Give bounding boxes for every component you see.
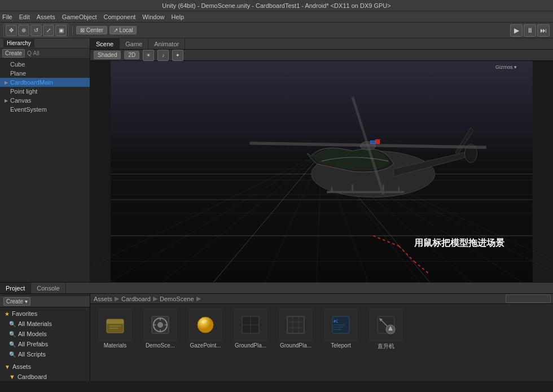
search-materials-icon: 🔍: [9, 321, 16, 327]
svg-text:#C: #C: [333, 319, 338, 324]
project-search-input[interactable]: [506, 294, 551, 303]
game-tab[interactable]: Game: [120, 38, 148, 49]
menu-edit[interactable]: Edit: [19, 14, 30, 20]
hierarchy-pointlight[interactable]: Point light: [0, 87, 90, 96]
scene-canvas: 用鼠标把模型拖进场景 Gizmos ▾: [90, 61, 553, 282]
hierarchy-toolbar: Create Q·All: [0, 49, 90, 59]
teleport-icon: #C: [324, 309, 357, 341]
hierarchy-plane[interactable]: Plane: [0, 69, 90, 78]
title-text: Unity (64bit) - DemoScene.unity - Cardbo…: [162, 2, 390, 9]
all-scripts-item[interactable]: 🔍 All Scripts: [0, 349, 90, 359]
gazepoint-icon: [189, 309, 222, 341]
svg-rect-36: [371, 140, 376, 143]
transform-tools: ✥ ⊕ ↺ ⤢ ▣: [3, 24, 69, 37]
helicopter-icon: [370, 309, 402, 341]
groundplane1-label: GroundPla...: [235, 342, 266, 349]
content-area: Hierarchy Create Q·All Cube Plane ▶ Card…: [0, 38, 553, 282]
scene-audio-btn[interactable]: ♪: [157, 50, 169, 61]
assets-header[interactable]: ▼ Assets: [0, 362, 90, 372]
project-search-box: [506, 294, 551, 303]
center-tag[interactable]: ⊠ Center: [76, 26, 107, 34]
main-area: Hierarchy Create Q·All Cube Plane ▶ Card…: [0, 38, 553, 381]
asset-groundplane1[interactable]: GroundPla...: [230, 309, 271, 349]
pause-button[interactable]: ⏸: [524, 24, 536, 37]
scale-tool[interactable]: ⤢: [43, 25, 54, 36]
bottom-tabs: Project Console: [0, 283, 553, 294]
console-tab[interactable]: Console: [31, 283, 65, 293]
project-tab[interactable]: Project: [0, 283, 31, 293]
shaded-btn[interactable]: Shaded: [94, 51, 121, 59]
hierarchy-eventsystem[interactable]: EventSystem: [0, 105, 90, 114]
favorites-section: ★ Favorites 🔍 All Materials 🔍 All Models…: [0, 307, 90, 360]
sep1: [72, 26, 73, 35]
asset-helicopter[interactable]: 直升机: [366, 309, 406, 350]
all-materials-item[interactable]: 🔍 All Materials: [0, 319, 90, 329]
rect-tool[interactable]: ▣: [55, 25, 67, 36]
groundplane2-icon: [279, 309, 312, 341]
hierarchy-create-btn[interactable]: Create: [2, 49, 25, 58]
materials-icon: [99, 309, 131, 341]
hierarchy-cardboardmain[interactable]: ▶ CardboardMain: [0, 78, 90, 87]
cardboard-folder-icon: ▼: [9, 373, 15, 380]
groundplane1-icon: [234, 309, 267, 341]
menu-help[interactable]: Help: [171, 14, 184, 20]
svg-point-54: [198, 317, 213, 333]
menu-bar: File Edit Assets GameObject Component Wi…: [0, 11, 553, 23]
assets-section: ▼ Assets ▼ Cardboard 📁 DemoScene 📁 Edito…: [0, 360, 90, 381]
step-button[interactable]: ⏭: [537, 24, 550, 37]
project-create-row: Create ▾: [0, 296, 90, 307]
hierarchy-cube[interactable]: Cube: [0, 60, 90, 69]
asset-gazepoint[interactable]: GazePoint...: [185, 309, 226, 349]
hand-tool[interactable]: ✥: [6, 25, 17, 36]
local-tag[interactable]: ↗ Local: [109, 26, 137, 34]
asset-groundplane2[interactable]: GroundPla...: [275, 309, 316, 349]
scene-light-btn[interactable]: ☀: [143, 50, 154, 61]
assets-folder-icon: ▼: [5, 364, 10, 370]
all-prefabs-item[interactable]: 🔍 All Prefabs: [0, 339, 90, 349]
hierarchy-tab[interactable]: Hierarchy: [3, 39, 34, 47]
svg-text:Gizmos ▾: Gizmos ▾: [495, 64, 517, 70]
menu-gameobject[interactable]: GameObject: [62, 14, 97, 20]
menu-component[interactable]: Component: [103, 14, 135, 20]
star-icon: ★: [5, 311, 10, 317]
cardboard-folder[interactable]: ▼ Cardboard: [0, 372, 90, 381]
rotate-tool[interactable]: ↺: [30, 25, 42, 36]
demoscene-icon: [144, 309, 177, 341]
all-models-item[interactable]: 🔍 All Models: [0, 329, 90, 339]
scene-tab[interactable]: Scene: [90, 38, 120, 49]
search-scripts-icon: 🔍: [9, 351, 16, 358]
project-breadcrumb: Assets ▶ Cardboard ▶ DemoScene ▶: [90, 294, 553, 304]
menu-window[interactable]: Window: [142, 14, 164, 20]
project-create-btn[interactable]: Create ▾: [3, 297, 30, 306]
scene-view[interactable]: 用鼠标把模型拖进场景 Gizmos ▾: [90, 61, 553, 282]
play-button[interactable]: ▶: [510, 24, 523, 37]
asset-teleport[interactable]: #C Teleport: [321, 309, 361, 349]
bottom-content: Create ▾ ★ Favorites 🔍 All Materials 🔍 A…: [0, 294, 553, 381]
materials-label: Materials: [104, 342, 127, 349]
center-panel: Scene Game Animator Shaded 2D ☀ ♪ ✦: [90, 38, 553, 282]
animator-tab[interactable]: Animator: [148, 38, 185, 49]
teleport-label: Teleport: [331, 342, 351, 349]
asset-demoscene[interactable]: DemoSce...: [140, 309, 181, 349]
favorites-header[interactable]: ★ Favorites: [0, 309, 90, 319]
gazepoint-label: GazePoint...: [190, 342, 221, 349]
2d-btn[interactable]: 2D: [124, 51, 139, 59]
hierarchy-canvas[interactable]: ▶ Canvas: [0, 96, 90, 105]
menu-assets[interactable]: Assets: [37, 14, 55, 20]
title-bar: Unity (64bit) - DemoScene.unity - Cardbo…: [0, 0, 553, 11]
helicopter-label: 直升机: [378, 342, 394, 350]
svg-rect-37: [376, 139, 380, 143]
hierarchy-header: Hierarchy: [0, 38, 90, 49]
menu-file[interactable]: File: [2, 14, 12, 20]
svg-text:用鼠标把模型拖进场景: 用鼠标把模型拖进场景: [414, 237, 505, 248]
move-tool[interactable]: ⊕: [18, 25, 29, 36]
cardboardmain-expand: ▶: [5, 80, 9, 85]
demoscene-label: DemoSce...: [146, 342, 175, 349]
search-prefabs-icon: 🔍: [9, 341, 16, 347]
hierarchy-panel: Hierarchy Create Q·All Cube Plane ▶ Card…: [0, 38, 90, 282]
hierarchy-items: Cube Plane ▶ CardboardMain Point light ▶…: [0, 59, 90, 282]
scene-fx-btn[interactable]: ✦: [172, 50, 183, 61]
asset-materials[interactable]: Materials: [95, 309, 135, 349]
bottom-area: Project Console Create ▾ ★ Favorites 🔍: [0, 282, 553, 381]
canvas-expand: ▶: [5, 98, 9, 103]
